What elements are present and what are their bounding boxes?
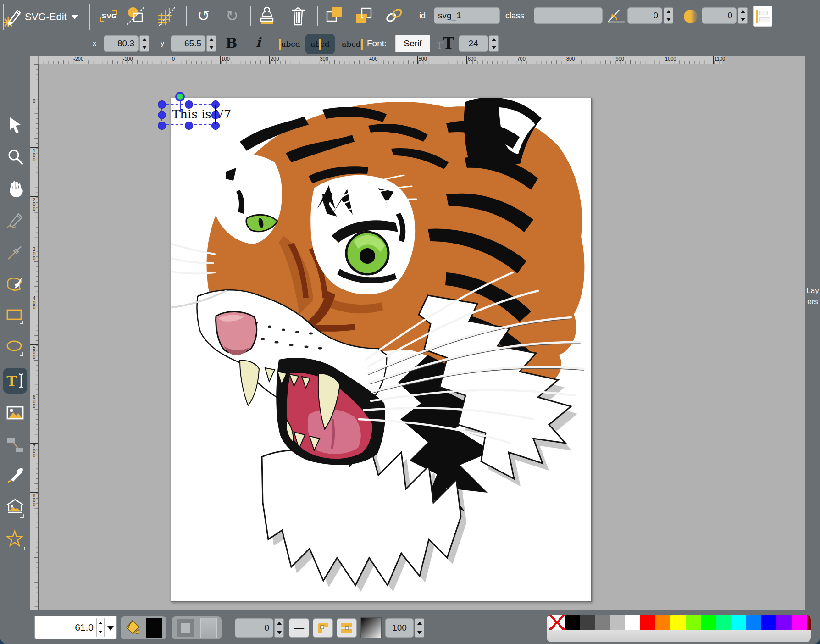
tool-select[interactable]: [3, 113, 27, 139]
opacity-input[interactable]: [385, 618, 414, 638]
grid-snap-button[interactable]: [156, 5, 178, 27]
x-spinner[interactable]: [139, 35, 149, 52]
palette-swatch-7f0000[interactable]: [807, 615, 811, 630]
selection-handle-e[interactable]: [211, 111, 220, 119]
palette-swatch-00ff00[interactable]: [701, 615, 716, 630]
move-to-back-button[interactable]: [353, 5, 375, 27]
palette-swatch-ff00ff[interactable]: [792, 615, 807, 630]
angle-spinner[interactable]: [664, 7, 673, 24]
stroke-width-input[interactable]: [235, 618, 273, 638]
tool-image[interactable]: [3, 400, 27, 426]
redo-button[interactable]: ↻: [221, 5, 243, 27]
x-position-input[interactable]: [104, 35, 139, 52]
palette-swatch-7fff00[interactable]: [686, 615, 701, 630]
font-family-button[interactable]: Serif: [395, 35, 430, 52]
element-class-input[interactable]: [534, 7, 603, 24]
font-size-input[interactable]: [459, 35, 488, 52]
selection-handle-s[interactable]: [185, 122, 193, 130]
zoom-control[interactable]: 61.0: [34, 616, 117, 639]
rotate-grip[interactable]: [175, 92, 185, 101]
palette-swatch-7f7f7f[interactable]: [595, 615, 610, 630]
palette-swatch-00ffff[interactable]: [731, 615, 746, 630]
bold-button[interactable]: B: [226, 35, 237, 51]
tool-pan[interactable]: [3, 176, 27, 202]
undo-button[interactable]: ↺: [193, 5, 215, 27]
wireframe-mode-button[interactable]: [125, 5, 147, 27]
stroke-width-spinner[interactable]: [274, 618, 284, 638]
stroke-linecap-button[interactable]: [337, 618, 357, 638]
palette-swatch-00ff7f[interactable]: [716, 615, 731, 630]
selection-box[interactable]: [161, 104, 216, 125]
fill-color-button[interactable]: [121, 616, 166, 639]
text-anchor-end-button[interactable]: abcd: [340, 34, 364, 54]
selection-handle-se[interactable]: [211, 122, 220, 130]
id-label: id: [419, 11, 426, 21]
layers-panel-tab[interactable]: Layers: [805, 56, 820, 610]
palette-swatch-7f00ff[interactable]: [776, 615, 792, 630]
blur-spinner[interactable]: [738, 7, 748, 24]
h-ruler-label: -200: [72, 56, 83, 64]
tool-shape-library[interactable]: [3, 495, 27, 521]
text-edit-cursor: [215, 105, 216, 124]
y-position-input[interactable]: [171, 35, 205, 52]
text-anchor-start-button[interactable]: abcd: [278, 34, 302, 54]
vertical-ruler: 01 0 02 0 03 0 04 0 05 0 06 0 07 0 08 0 …: [30, 64, 39, 610]
font-size-spinner[interactable]: [489, 35, 499, 52]
stamp-icon: [257, 5, 277, 27]
stroke-linejoin-button[interactable]: [313, 618, 333, 638]
selection-handle-w[interactable]: [158, 111, 166, 119]
selection-handle-sw[interactable]: [158, 122, 166, 130]
text-context-toolbar: x y B i abcd abcd abcd Font: Serif TT: [0, 32, 820, 56]
palette-swatch-ff0000[interactable]: [640, 615, 655, 630]
linejoin-miter-icon: [316, 621, 330, 635]
palette-swatch-ffff00[interactable]: [670, 615, 686, 630]
palette-swatch-ff7f00[interactable]: [655, 615, 670, 630]
source-editor-button[interactable]: SVG: [97, 6, 119, 28]
stroke-color-swatch: [200, 618, 217, 638]
delete-button[interactable]: [287, 5, 309, 27]
main-menu-button[interactable]: SVG-Edit: [3, 4, 90, 30]
rotation-angle-input[interactable]: [627, 7, 662, 24]
selection-handle-n[interactable]: [185, 100, 193, 109]
selection-handle-nw[interactable]: [158, 100, 166, 109]
stroke-style-button[interactable]: —: [289, 618, 309, 638]
tool-eyedropper[interactable]: [3, 464, 27, 489]
tool-zoom[interactable]: [3, 144, 27, 170]
palette-swatch-0000ff[interactable]: [761, 615, 776, 630]
palette-swatch-3f3f3f[interactable]: [580, 615, 595, 630]
tool-pencil[interactable]: [3, 208, 27, 233]
tool-rectangle[interactable]: [3, 303, 27, 328]
zoom-spinner[interactable]: [96, 618, 105, 637]
tool-ellipse[interactable]: [3, 334, 27, 360]
tool-connector[interactable]: [3, 432, 27, 458]
opacity-spinner[interactable]: [415, 618, 424, 638]
palette-swatch-007fff[interactable]: [746, 615, 761, 630]
tiger-artwork[interactable]: [171, 98, 592, 602]
selection-handle-ne[interactable]: [211, 100, 220, 109]
text-anchor-middle-button[interactable]: abcd: [305, 34, 335, 54]
align-button[interactable]: [753, 6, 772, 27]
stroke-color-button[interactable]: [172, 616, 222, 639]
palette-swatch-bfbfbf[interactable]: [610, 615, 625, 630]
move-to-front-button[interactable]: [324, 5, 346, 27]
h-ruler-label: 800: [565, 56, 575, 64]
tool-text[interactable]: T: [3, 368, 27, 394]
tool-path[interactable]: [3, 271, 27, 297]
toolbar-divider: [186, 6, 187, 26]
element-id-input[interactable]: [434, 7, 500, 24]
tool-line[interactable]: [3, 239, 27, 265]
svg-canvas[interactable]: This is V7: [171, 98, 592, 602]
opacity-gradient-icon[interactable]: [360, 617, 382, 638]
palette-swatch-none[interactable]: [549, 615, 565, 630]
palette-swatch-000000[interactable]: [565, 615, 580, 630]
y-spinner[interactable]: [206, 35, 216, 52]
clone-button[interactable]: [256, 5, 278, 27]
italic-button[interactable]: i: [256, 35, 261, 50]
toolbar-divider: [317, 6, 318, 26]
anchor-cursor-icon: [361, 39, 363, 50]
make-link-button[interactable]: [383, 5, 405, 27]
main-menu-label: SVG-Edit: [25, 11, 67, 23]
tool-star[interactable]: [3, 527, 27, 553]
blur-input[interactable]: [702, 7, 737, 24]
palette-swatch-ffffff[interactable]: [625, 615, 640, 630]
